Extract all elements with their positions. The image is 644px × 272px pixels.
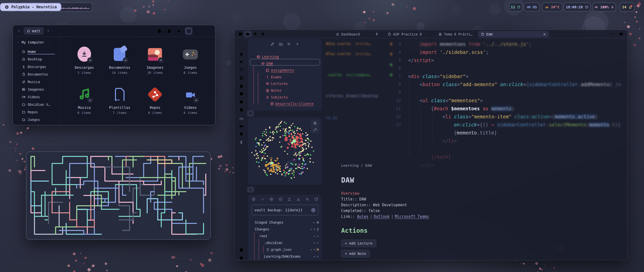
add-lecture-button[interactable]: + Add Lecture	[341, 240, 376, 247]
sidebar-item-clipped[interactable]	[22, 123, 59, 125]
tree-item-subjects[interactable]: Subjects	[261, 94, 288, 100]
table-ribbon-icon[interactable]	[239, 99, 244, 104]
tree-item-learning[interactable]: Learning	[252, 54, 279, 60]
folder-musica[interactable]: ↪ Musica 6 items	[67, 80, 102, 120]
compact-view-button[interactable]	[205, 27, 212, 35]
sidebar-item-imagenes[interactable]: Imagenes	[22, 86, 59, 93]
git-row-graph-json[interactable]: graph.json ↶+M	[251, 247, 319, 253]
graph-settings-gear-icon[interactable]	[313, 121, 317, 125]
back-button[interactable]	[16, 28, 22, 34]
weather-module[interactable]: 24°C	[542, 3, 562, 12]
sidebar-item-repos[interactable]: Repos	[22, 108, 59, 116]
git-row-root[interactable]: root ↶+	[251, 233, 319, 239]
temperature: 24°C	[551, 5, 559, 9]
dashboard-ribbon-icon[interactable]	[239, 75, 244, 80]
tree-item-lectures[interactable]: Lectures	[261, 81, 288, 87]
tree-item-daw[interactable]: DAW	[257, 60, 273, 66]
folder-documentos[interactable]: ↪ Documentos 14 items	[102, 40, 138, 80]
currency-ribbon-icon[interactable]: $	[239, 140, 244, 145]
tree-item-notes[interactable]: Notes	[261, 87, 281, 93]
folder-juegos[interactable]: Juegos 8 items	[173, 40, 208, 80]
link-outlook[interactable]: Outlook	[374, 214, 389, 219]
volume-level: 100%	[600, 5, 609, 9]
commit-check-icon[interactable]	[261, 197, 265, 201]
gamepad-ribbon-icon[interactable]	[239, 124, 244, 129]
breadcrumb[interactable]: matt	[23, 27, 44, 35]
tree-item-desarrollo-cliente[interactable]: Desarrollo-Cliente	[266, 101, 314, 107]
new-note-icon[interactable]	[270, 42, 274, 46]
link-aules[interactable]: Aules	[357, 214, 368, 219]
graph-ribbon-icon[interactable]	[239, 67, 244, 72]
now-playing-widget[interactable]: Polyphia - Neurotica	[0, 3, 61, 11]
home-ribbon-icon[interactable]	[239, 51, 244, 56]
graph-panel-tab-icon[interactable]	[247, 110, 254, 117]
forward-button[interactable]	[45, 28, 51, 34]
file-search-ribbon-icon[interactable]	[239, 131, 244, 136]
stage-all-icon[interactable]	[269, 197, 273, 201]
calendar-ribbon-icon[interactable]	[239, 83, 244, 88]
sidebar-item-home[interactable]: Home	[22, 48, 59, 55]
commit-message-input[interactable]: vault backup: {{date}} ✕	[252, 205, 318, 215]
search-tab-icon[interactable]	[252, 31, 259, 37]
tree-item-exams[interactable]: !Exams	[261, 74, 281, 80]
terminal-ribbon-icon[interactable]	[239, 91, 244, 96]
unstage-all-icon[interactable]	[278, 197, 283, 201]
sort-icon[interactable]	[287, 42, 291, 46]
folder-descargas[interactable]: ↪ Descargas 2 items	[67, 40, 102, 80]
sidebar-item-obsidian-vault[interactable]: Obsidian V…	[22, 101, 59, 108]
refresh-icon[interactable]	[314, 197, 318, 201]
tree-item-assignments[interactable]: Assignments	[261, 67, 294, 73]
git-row-learning-daw-exams[interactable]: Learning/DAW/Exams ↶+	[251, 253, 319, 259]
volume-module[interactable]: 100%	[592, 3, 616, 12]
book-ribbon-icon[interactable]	[239, 107, 244, 112]
note-breadcrumb[interactable]: Learning / DAW	[341, 163, 372, 167]
pull-icon[interactable]	[296, 197, 300, 201]
folder-videos[interactable]: ↪ Videos 4 items	[173, 80, 208, 120]
bookmarks-tab-icon[interactable]	[259, 31, 267, 37]
files-tab-icon[interactable]	[244, 31, 252, 37]
sidebar-toggle-icon[interactable]	[236, 31, 244, 37]
git-changes-row[interactable]: Changes ↶+2	[251, 226, 319, 232]
search-button[interactable]	[175, 27, 183, 35]
sidebar-item-videos[interactable]: Videos	[22, 93, 59, 101]
graph-filter-wand-icon[interactable]	[313, 128, 317, 132]
commit-push-icon[interactable]	[252, 197, 256, 201]
clear-message-icon[interactable]: ✕	[311, 208, 315, 212]
ribbon: <% $	[234, 38, 248, 260]
git-staged-row[interactable]: Staged Changes — 0	[251, 219, 319, 225]
sidebar-item-descargas[interactable]: Descargas	[22, 63, 59, 71]
swords-ribbon-icon[interactable]	[239, 148, 244, 153]
push-icon[interactable]	[287, 197, 291, 201]
note-title: DAW	[341, 176, 354, 184]
help-icon[interactable]	[239, 255, 244, 260]
sidebar-item-desktop[interactable]: Desktop	[22, 55, 59, 63]
notifications-module[interactable]: 24	[620, 3, 635, 12]
clock-module[interactable]: 18:08:28	[564, 3, 591, 12]
new-folder-icon[interactable]	[279, 42, 283, 46]
folder-repos[interactable]: Repos 6 items	[137, 80, 173, 120]
templates-folder-icon	[115, 88, 125, 101]
folder-imagenes[interactable]: ↪ Imagenes 10 items	[137, 40, 173, 80]
new-file-button[interactable]	[165, 27, 173, 35]
change-list-icon[interactable]	[305, 197, 309, 201]
folder-plantillas[interactable]: Plantillas 7 items	[102, 80, 138, 120]
grid-view-button[interactable]	[185, 27, 192, 35]
git-panel-tab-icon[interactable]	[247, 187, 254, 193]
git-row-obsidian[interactable]: .obsidian ↶+	[251, 240, 319, 246]
sidebar-item-documentos[interactable]: Documentos	[22, 71, 59, 78]
keyboard-layout-module[interactable]: US	[524, 3, 540, 12]
link-microsoft-teams[interactable]: Microsoft Teams	[395, 214, 429, 219]
open-terminal-button[interactable]	[155, 27, 163, 35]
collapse-all-icon[interactable]	[295, 42, 299, 46]
sidebar-root-my-computer[interactable]: My Computer	[17, 40, 59, 44]
templater-ribbon-icon[interactable]: <%	[239, 116, 244, 121]
sidebar-item-juegos[interactable]: Juegos	[22, 116, 59, 123]
sidebar-item-musica[interactable]: Musica	[22, 78, 59, 86]
updates-module[interactable]: 11	[509, 3, 522, 12]
vault-switcher-icon[interactable]	[239, 247, 244, 252]
sidebar-label: Videos	[28, 95, 40, 99]
list-view-button[interactable]	[195, 27, 202, 35]
search-ribbon-icon[interactable]	[239, 59, 244, 64]
add-note-button[interactable]: + Add Note	[341, 250, 370, 257]
folder-name: Plantillas	[109, 106, 130, 110]
